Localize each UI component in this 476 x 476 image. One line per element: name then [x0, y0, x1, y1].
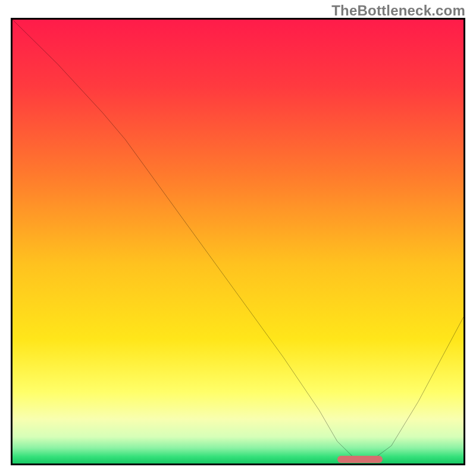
watermark-text: TheBottleneck.com: [331, 2, 465, 19]
chart-frame: [11, 18, 465, 465]
optimal-range-marker: [337, 456, 383, 463]
bottleneck-curve: [12, 20, 464, 464]
